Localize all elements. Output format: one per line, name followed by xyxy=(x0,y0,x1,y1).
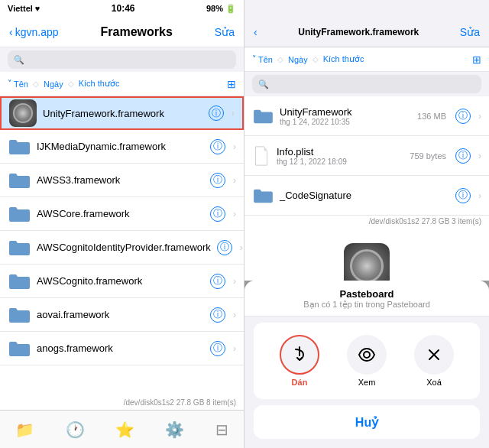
storage-info-right: /dev/disk0s1s2 27.8 GB 3 item(s) xyxy=(244,216,489,231)
file-item-1[interactable]: IJKMediaDynamic.framework ⓘ › xyxy=(0,130,244,164)
file-name-7: anogs.framework xyxy=(37,342,204,354)
edit-button-left[interactable]: Sửa xyxy=(215,26,235,38)
folder-icon-7 xyxy=(8,339,31,358)
back-button-right[interactable]: ‹ xyxy=(254,26,257,38)
right-file-meta-1: thg 12 1, 2022 18:09 xyxy=(277,157,403,166)
xoa-circle xyxy=(414,335,454,375)
info-btn-3[interactable]: ⓘ xyxy=(210,206,225,222)
info-btn-r0[interactable]: ⓘ xyxy=(455,109,471,124)
tab-more[interactable]: ⊟ xyxy=(215,420,228,439)
chevron-6: › xyxy=(233,310,236,320)
folder-icon-5 xyxy=(8,272,31,291)
chevron-r1: › xyxy=(478,151,481,161)
file-icon-r1 xyxy=(252,145,270,167)
status-bar-right xyxy=(244,0,489,17)
info-btn-4[interactable]: ⓘ xyxy=(217,240,232,255)
edit-button-right[interactable]: Sửa xyxy=(460,26,480,38)
back-chevron-left: ‹ xyxy=(9,26,13,38)
info-btn-2[interactable]: ⓘ xyxy=(210,173,225,188)
tab-recents[interactable]: 🕐 xyxy=(66,420,85,439)
grid-view-icon-right[interactable]: ⊞ xyxy=(472,54,481,66)
dan-circle xyxy=(280,335,319,375)
pasteboard-header: Pasteboard Bạn có 1 tệp tin trong Pasteb… xyxy=(244,281,489,317)
tab-settings[interactable]: ⚙️ xyxy=(165,420,184,439)
pasteboard-actions: Dán Xem xyxy=(254,323,480,399)
settings-icon: ⚙️ xyxy=(165,420,184,439)
right-file-size-1: 759 bytes xyxy=(410,151,446,161)
right-file-size-0: 136 MB xyxy=(417,112,446,121)
folder-icon-r2 xyxy=(252,187,274,204)
info-btn-r2[interactable]: ⓘ xyxy=(455,188,471,203)
status-bar-left: Viettel ♥ 10:46 98% 🔋 xyxy=(0,0,244,17)
file-name-3: AWSCore.framework xyxy=(37,208,204,219)
folder-icon-1 xyxy=(8,138,31,156)
sort-date-right[interactable]: Ngày xyxy=(288,55,308,64)
xem-circle xyxy=(347,335,387,375)
file-item-6[interactable]: aovai.framework ⓘ › xyxy=(0,298,244,332)
file-list-left: UnityFramework.framework ⓘ › IJKMediaDyn… xyxy=(0,96,244,395)
chevron-4: › xyxy=(240,242,243,253)
folder-icon-r0 xyxy=(252,108,274,125)
search-wrap-right[interactable]: 🔍 xyxy=(252,75,481,93)
right-file-meta-0: thg 1 24, 2022 10:35 xyxy=(280,118,411,126)
browse-icon: 📁 xyxy=(15,420,34,439)
info-btn-0[interactable]: ⓘ xyxy=(209,106,224,121)
tab-bar-left: 📁 🕐 ⭐ ⚙️ ⊟ xyxy=(0,410,244,448)
carrier-left: Viettel ♥ xyxy=(8,4,40,13)
search-wrap-left[interactable]: 🔍 xyxy=(8,50,236,69)
chevron-5: › xyxy=(233,276,236,287)
left-panel: Viettel ♥ 10:46 98% 🔋 ‹ kgvn.app Framewo… xyxy=(0,0,244,448)
action-xem[interactable]: Xem xyxy=(336,335,397,387)
info-btn-r1[interactable]: ⓘ xyxy=(455,148,471,164)
file-item-3[interactable]: AWSCore.framework ⓘ › xyxy=(0,197,244,231)
svg-point-0 xyxy=(364,352,370,358)
sort-name-left[interactable]: ˅ Tên xyxy=(8,79,28,89)
search-icon-left: 🔍 xyxy=(14,55,24,65)
file-name-2: AWSS3.framework xyxy=(37,174,204,186)
time-left: 10:46 xyxy=(112,3,135,14)
grid-view-icon[interactable]: ⊞ xyxy=(227,78,236,90)
back-label-left: kgvn.app xyxy=(15,26,59,38)
tab-favorites[interactable]: ⭐ xyxy=(115,420,134,439)
info-btn-1[interactable]: ⓘ xyxy=(210,139,225,154)
sort-size-right[interactable]: Kích thước xyxy=(323,54,364,64)
right-file-name-2: _CodeSignature xyxy=(280,190,449,201)
sort-name-right[interactable]: ˅ Tên xyxy=(252,54,273,64)
file-item-2[interactable]: AWSS3.framework ⓘ › xyxy=(0,164,244,197)
nav-title-left: Frameworks xyxy=(101,25,173,39)
unity-framework-icon xyxy=(9,99,37,127)
info-btn-7[interactable]: ⓘ xyxy=(210,341,225,356)
sort-size-left[interactable]: Kích thước xyxy=(79,79,120,89)
file-name-6: aovai.framework xyxy=(37,309,204,320)
info-btn-6[interactable]: ⓘ xyxy=(210,307,225,323)
back-button-left[interactable]: ‹ kgvn.app xyxy=(9,26,59,38)
file-item-5[interactable]: AWSCognito.framework ⓘ › xyxy=(0,265,244,298)
right-file-item-2[interactable]: _CodeSignature ⓘ › xyxy=(244,176,489,216)
sort-date-left[interactable]: Ngày xyxy=(44,80,63,89)
right-file-name-0: UnityFramework xyxy=(280,106,411,118)
file-item-7[interactable]: anogs.framework ⓘ › xyxy=(0,332,244,365)
right-file-info-1: Info.plist thg 12 1, 2022 18:09 xyxy=(277,146,403,166)
right-file-info-2: _CodeSignature xyxy=(280,190,449,201)
recents-icon: 🕐 xyxy=(66,420,85,439)
right-file-item-1[interactable]: Info.plist thg 12 1, 2022 18:09 759 byte… xyxy=(244,136,489,176)
file-name-0: UnityFramework.framework xyxy=(43,108,202,119)
dan-icon xyxy=(290,345,309,365)
favorites-icon: ⭐ xyxy=(115,420,134,439)
pasteboard-title: Pasteboard xyxy=(257,288,477,300)
pasteboard-subtitle: Bạn có 1 tệp tin trong Pasteboard xyxy=(257,300,477,310)
cancel-button[interactable]: Huỷ xyxy=(254,405,480,439)
chevron-0: › xyxy=(232,108,235,118)
info-btn-5[interactable]: ⓘ xyxy=(210,274,225,289)
file-name-5: AWSCognito.framework xyxy=(37,275,204,287)
tab-browse[interactable]: 📁 xyxy=(15,420,34,439)
chevron-r0: › xyxy=(478,111,481,122)
right-file-item-0[interactable]: UnityFramework thg 1 24, 2022 10:35 136 … xyxy=(244,96,489,136)
file-item-4[interactable]: AWSCognitoIdentityProvider.framework ⓘ › xyxy=(0,231,244,265)
right-file-name-1: Info.plist xyxy=(277,146,403,157)
action-xoa[interactable]: Xoá xyxy=(403,335,465,387)
file-item-0[interactable]: UnityFramework.framework ⓘ › xyxy=(0,96,244,130)
right-file-info-0: UnityFramework thg 1 24, 2022 10:35 xyxy=(280,106,411,126)
action-dan[interactable]: Dán xyxy=(269,335,330,387)
storage-info-left: /dev/disk0s1s2 27.8 GB 8 item(s) xyxy=(0,395,244,410)
